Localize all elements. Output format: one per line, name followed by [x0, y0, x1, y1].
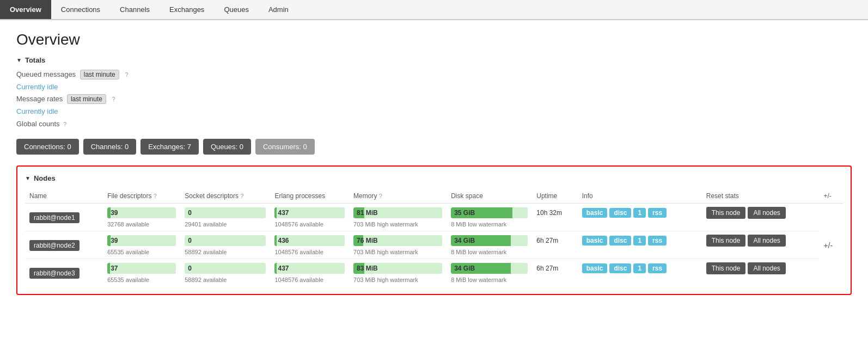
table-row-sub: 32768 available29401 available1048576 av… — [25, 221, 843, 231]
file-desc-cell: 39 — [103, 231, 180, 249]
table-row: rabbit@node337043783 MiB34 GiB6h 27mbasi… — [25, 259, 843, 277]
table-row: rabbit@node239043676 MiB34 GiB6h 27mbasi… — [25, 231, 843, 249]
info-badge: basic — [582, 208, 608, 218]
nodes-label: Nodes — [34, 174, 56, 182]
all-nodes-button[interactable]: All nodes — [748, 235, 785, 247]
info-badge: 1 — [633, 236, 646, 245]
memory-avail: 703 MiB high watermark — [349, 249, 447, 259]
totals-header: ▼ Totals — [16, 56, 852, 64]
col-plus-minus[interactable]: +/- — [819, 189, 843, 204]
info-badge: 1 — [633, 208, 646, 218]
currently-idle-2: Currently idle — [16, 107, 852, 115]
info-avail — [578, 277, 702, 286]
uptime-cell: 6h 27m — [532, 231, 577, 249]
socket-desc-cell: 0 — [180, 259, 270, 277]
file-desc-cell: 37 — [103, 259, 180, 277]
queued-messages-help[interactable]: ? — [125, 71, 128, 78]
global-counts-row: Global counts ? — [16, 120, 852, 128]
queued-messages-badge: last minute — [80, 70, 119, 79]
nodes-header: ▼ Nodes — [25, 174, 843, 182]
memory-avail: 703 MiB high watermark — [349, 277, 447, 286]
queued-messages-label: Queued messages — [16, 70, 76, 78]
info-badge: disc — [609, 208, 631, 218]
col-info: Info — [578, 189, 702, 204]
reset-avail — [702, 221, 820, 231]
memory-avail: 703 MiB high watermark — [349, 221, 447, 231]
queues-count-btn[interactable]: Queues: 0 — [203, 139, 251, 155]
info-cell: basicdisc1rss — [578, 231, 702, 249]
info-badge: disc — [609, 236, 631, 245]
totals-section: ▼ Totals Queued messages last minute ? C… — [16, 56, 852, 128]
message-rates-help[interactable]: ? — [112, 96, 115, 102]
uptime-cell: 10h 32m — [532, 204, 577, 222]
message-rates-label: Message rates — [16, 95, 63, 103]
info-badge: basic — [582, 236, 608, 245]
totals-label: Totals — [25, 56, 45, 64]
reset-avail — [702, 277, 820, 286]
tab-admin[interactable]: Admin — [259, 0, 298, 19]
tab-connections[interactable]: Connections — [51, 0, 110, 19]
consumers-count-btn[interactable]: Consumers: 0 — [255, 139, 315, 155]
node-name-cell: rabbit@node1 — [25, 204, 103, 231]
file-desc-avail: 32768 available — [103, 221, 180, 231]
info-badge: disc — [609, 263, 631, 273]
this-node-button[interactable]: This node — [706, 207, 746, 219]
message-rates-row: Message rates last minute ? — [16, 94, 852, 104]
count-buttons: Connections: 0 Channels: 0 Exchanges: 7 … — [16, 139, 852, 155]
info-cell: basicdisc1rss — [578, 259, 702, 277]
info-cell: basicdisc1rss — [578, 204, 702, 222]
tab-queues[interactable]: Queues — [214, 0, 259, 19]
channels-count-btn[interactable]: Channels: 0 — [83, 139, 136, 155]
col-file-desc: File descriptors ? — [103, 189, 180, 204]
file-desc-cell: 39 — [103, 204, 180, 222]
disk-avail: 8 MiB low watermark — [447, 221, 532, 231]
info-avail — [578, 221, 702, 231]
memory-cell: 81 MiB — [349, 204, 447, 222]
memory-cell: 83 MiB — [349, 259, 447, 277]
socket-desc-cell: 0 — [180, 231, 270, 249]
col-name: Name — [25, 189, 103, 204]
reset-stats-cell: This nodeAll nodes — [702, 259, 820, 277]
erlang-proc-cell: 437 — [270, 204, 349, 222]
connections-count-btn[interactable]: Connections: 0 — [16, 139, 79, 155]
node-name-badge: rabbit@node3 — [29, 268, 80, 279]
erlang-proc-avail: 1048576 available — [270, 221, 349, 231]
table-header-row: Name File descriptors ? Socket descripto… — [25, 189, 843, 204]
disk-cell: 35 GiB — [447, 204, 532, 222]
info-badge: rss — [648, 263, 667, 273]
reset-avail — [702, 249, 820, 259]
erlang-proc-avail: 1048576 available — [270, 277, 349, 286]
nodes-table: Name File descriptors ? Socket descripto… — [25, 189, 843, 286]
tab-overview[interactable]: Overview — [0, 0, 51, 19]
this-node-button[interactable]: This node — [706, 262, 746, 274]
col-uptime: Uptime — [532, 189, 577, 204]
memory-cell: 76 MiB — [349, 231, 447, 249]
disk-avail: 8 MiB low watermark — [447, 249, 532, 259]
uptime-cell: 6h 27m — [532, 259, 577, 277]
col-erlang-proc: Erlang processes — [270, 189, 349, 204]
global-counts-help[interactable]: ? — [63, 121, 66, 127]
nav-bar: Overview Connections Channels Exchanges … — [0, 0, 868, 20]
info-badge: basic — [582, 263, 608, 273]
arrow-icon: ▼ — [16, 57, 22, 63]
erlang-proc-avail: 1048576 available — [270, 249, 349, 259]
tab-exchanges[interactable]: Exchanges — [160, 0, 214, 19]
file-desc-avail: 65535 available — [103, 277, 180, 286]
exchanges-count-btn[interactable]: Exchanges: 7 — [140, 139, 199, 155]
col-memory: Memory ? — [349, 189, 447, 204]
node-name-badge: rabbit@node1 — [29, 212, 80, 223]
message-rates-badge: last minute — [67, 94, 106, 104]
all-nodes-button[interactable]: All nodes — [748, 262, 785, 274]
tab-channels[interactable]: Channels — [110, 0, 160, 19]
socket-desc-avail: 29401 available — [180, 221, 270, 231]
info-badge: rss — [648, 208, 667, 218]
col-disk: Disk space — [447, 189, 532, 204]
page-title: Overview — [16, 31, 852, 48]
node-name-badge: rabbit@node2 — [29, 240, 80, 251]
disk-cell: 34 GiB — [447, 259, 532, 277]
node-name-cell: rabbit@node2 — [25, 231, 103, 259]
table-row: rabbit@node139043781 MiB35 GiB10h 32mbas… — [25, 204, 843, 222]
all-nodes-button[interactable]: All nodes — [748, 207, 785, 219]
this-node-button[interactable]: This node — [706, 235, 746, 247]
plus-minus-cell[interactable]: +/- — [819, 204, 843, 287]
